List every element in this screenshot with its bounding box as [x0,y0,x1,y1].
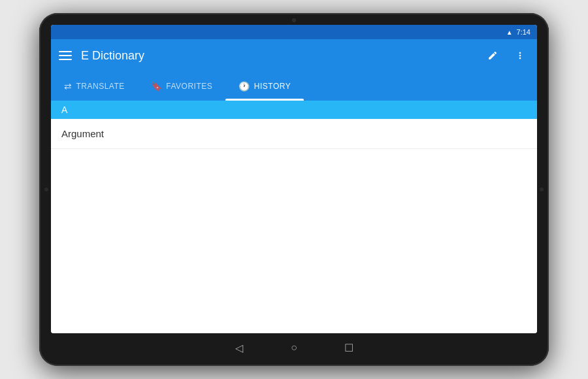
signal-icon: ▲ [506,29,513,36]
tab-history[interactable]: 🕐 HISTORY [225,72,304,101]
tab-favorites-label: FAVORITES [166,82,212,91]
speaker-right [540,188,544,191]
tablet-screen: ▲ 7:14 E Dictionary [51,25,537,333]
app-bar-actions [483,46,529,65]
translate-icon: ⇄ [64,81,73,91]
tablet-device: ▲ 7:14 E Dictionary [39,13,549,366]
speaker-left [44,188,48,191]
app-bar: E Dictionary [51,39,537,72]
tabs-bar: ⇄ TRANSLATE 🔖 FAVORITES 🕐 HISTORY [51,72,537,101]
tab-translate[interactable]: ⇄ TRANSLATE [51,72,138,101]
content-area: A Argument [51,101,537,333]
bottom-nav: ◁ ○ ☐ [39,336,549,359]
status-time: 7:14 [517,28,531,36]
edit-button[interactable] [483,46,502,65]
front-camera [292,18,296,22]
app-title: E Dictionary [81,49,474,63]
list-item[interactable]: Argument [51,119,537,149]
tab-history-label: HISTORY [254,82,291,91]
tab-favorites[interactable]: 🔖 FAVORITES [138,72,225,101]
favorites-icon: 🔖 [151,81,163,91]
tab-translate-label: TRANSLATE [76,82,125,91]
more-options-button[interactable] [511,46,529,65]
history-icon: 🕐 [238,81,250,91]
back-button[interactable]: ◁ [231,340,247,355]
hamburger-menu-button[interactable] [59,51,72,60]
recents-button[interactable]: ☐ [341,340,357,355]
home-button[interactable]: ○ [286,340,302,355]
status-bar: ▲ 7:14 [51,25,537,39]
section-header-a: A [51,101,537,119]
